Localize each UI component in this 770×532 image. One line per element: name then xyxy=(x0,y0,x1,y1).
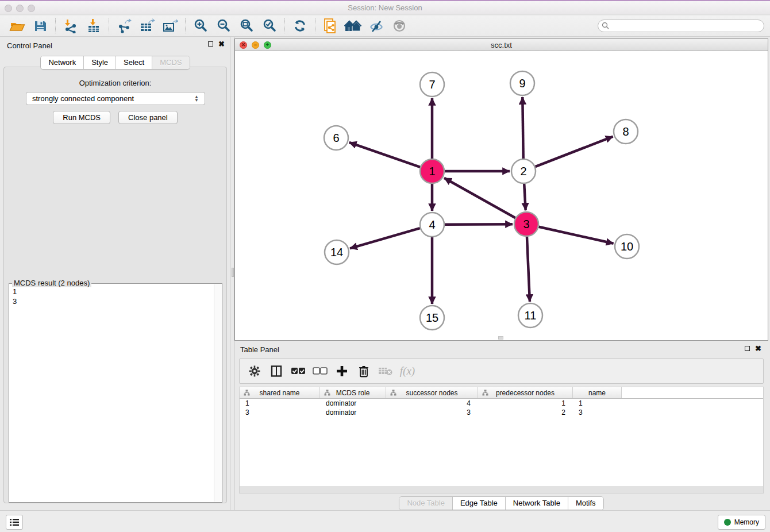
memory-button[interactable]: Memory xyxy=(718,515,765,530)
graph-edge-3-1[interactable] xyxy=(444,178,515,218)
select-updown-icon: ▲▼ xyxy=(194,95,199,102)
table-row[interactable]: 3dominator323 xyxy=(240,408,763,417)
table-panel-close-icon[interactable]: ✖ xyxy=(755,345,761,352)
tab-node-table[interactable]: Node Table xyxy=(399,497,453,510)
graph-edge-4-14[interactable] xyxy=(350,228,420,248)
control-panel-float-icon[interactable] xyxy=(208,41,213,47)
new-network-from-selection-button[interactable] xyxy=(319,17,342,35)
open-file-button[interactable] xyxy=(6,17,29,35)
table-row[interactable]: 1dominator411 xyxy=(240,399,763,408)
zoom-fit-button[interactable] xyxy=(235,17,258,35)
table-cell[interactable]: 1 xyxy=(240,399,320,408)
graph-edge-2-3[interactable] xyxy=(524,184,526,210)
hide-selected-button[interactable] xyxy=(365,17,388,35)
table-cell[interactable]: 2 xyxy=(478,408,573,417)
table-cell[interactable]: 4 xyxy=(386,399,478,408)
main-toolbar xyxy=(0,16,770,37)
import-network-button[interactable] xyxy=(59,17,82,35)
tab-style[interactable]: Style xyxy=(84,56,116,69)
table-settings-button[interactable] xyxy=(245,362,264,380)
table-cell[interactable]: dominator xyxy=(320,408,386,417)
table-header-row: shared nameMCDS rolesuccessor nodesprede… xyxy=(240,387,763,399)
graph-edge-2-8[interactable] xyxy=(536,137,613,167)
zoom-in-button[interactable] xyxy=(189,17,212,35)
graph-edge-1-6[interactable] xyxy=(349,142,421,167)
column-header-label: MCDS role xyxy=(336,389,370,397)
import-table-button[interactable] xyxy=(82,17,105,35)
network-window-titlebar[interactable]: ✕ − + scc.txt xyxy=(235,39,768,51)
show-all-button[interactable] xyxy=(388,17,411,35)
export-image-button[interactable] xyxy=(159,17,182,35)
zoom-out-button[interactable] xyxy=(212,17,235,35)
graph-node-label-8: 8 xyxy=(622,125,629,138)
search-input[interactable] xyxy=(598,20,764,32)
table-panel-float-icon[interactable] xyxy=(745,346,750,351)
tab-mcds[interactable]: MCDS xyxy=(152,56,189,69)
node-table: shared nameMCDS rolesuccessor nodesprede… xyxy=(239,387,764,486)
export-table-button[interactable] xyxy=(136,17,159,35)
graph-edge-3-11[interactable] xyxy=(527,237,530,302)
panel-splitter[interactable] xyxy=(230,37,234,510)
table-cell[interactable]: 1 xyxy=(573,399,622,408)
graph-edge-3-10[interactable] xyxy=(538,227,613,244)
column-header-label: name xyxy=(588,389,606,397)
mcds-result-scrollbar[interactable] xyxy=(214,284,222,502)
tab-network[interactable]: Network xyxy=(41,56,84,69)
criterion-select[interactable]: strongly connected component ▲▼ xyxy=(26,92,205,105)
graph-node-label-2: 2 xyxy=(520,165,526,178)
app-titlebar: Session: New Session xyxy=(0,0,770,14)
splitter-grip[interactable] xyxy=(232,268,234,277)
column-header-name[interactable]: name xyxy=(573,387,622,398)
tab-edge-table[interactable]: Edge Table xyxy=(453,497,506,510)
create-column-button[interactable] xyxy=(333,362,351,380)
graph-node-label-9: 9 xyxy=(519,77,525,90)
tab-select[interactable]: Select xyxy=(116,56,152,69)
tree-column-icon xyxy=(390,390,396,396)
export-network-button[interactable] xyxy=(113,17,136,35)
close-panel-button[interactable]: Close panel xyxy=(118,111,178,124)
tree-column-icon xyxy=(324,390,330,396)
toolbar-separator xyxy=(185,18,186,33)
search-icon xyxy=(602,22,609,29)
apply-layout-button[interactable] xyxy=(288,17,311,35)
mcds-result-list[interactable]: 13 xyxy=(9,285,213,502)
toolbar-separator xyxy=(315,18,315,33)
graph-edge-2-9[interactable] xyxy=(522,97,523,159)
column-header-predecessor-nodes[interactable]: predecessor nodes xyxy=(478,387,573,398)
show-columns-button[interactable] xyxy=(267,362,286,380)
deselect-all-button[interactable] xyxy=(311,362,329,380)
zoom-selected-button[interactable] xyxy=(258,17,281,35)
graph-node-label-15: 15 xyxy=(426,311,438,324)
delete-column-button[interactable] xyxy=(355,362,373,380)
tab-network-table[interactable]: Network Table xyxy=(506,497,568,510)
table-cell[interactable]: 1 xyxy=(478,399,573,408)
graph-edge-4-3[interactable] xyxy=(445,224,513,225)
show-eye-icon xyxy=(391,19,407,33)
export-image-icon xyxy=(162,18,178,33)
first-neighbors-button[interactable] xyxy=(342,17,365,35)
canvas-grip[interactable] xyxy=(498,336,503,340)
tree-column-icon xyxy=(244,390,250,396)
select-all-button[interactable] xyxy=(289,362,307,380)
trash-icon xyxy=(358,365,369,377)
fx-icon: f(x) xyxy=(400,365,415,377)
column-header-shared-name[interactable]: shared name xyxy=(240,387,320,398)
table-cell[interactable]: 3 xyxy=(240,408,320,417)
network-graph[interactable]: 7968124314101511 xyxy=(235,51,768,340)
control-panel-close-icon[interactable]: ✖ xyxy=(218,41,225,47)
search-field-wrap xyxy=(598,20,764,32)
save-session-button[interactable] xyxy=(29,17,52,35)
run-mcds-button[interactable]: Run MCDS xyxy=(53,111,110,124)
tab-motifs[interactable]: Motifs xyxy=(568,497,603,510)
column-header-successor-nodes[interactable]: successor nodes xyxy=(386,387,478,398)
table-cell[interactable]: 3 xyxy=(386,408,478,417)
memory-status-icon xyxy=(724,519,731,526)
table-cell[interactable]: 3 xyxy=(573,408,622,417)
deselect-all-icon xyxy=(313,367,328,375)
table-cell[interactable]: dominator xyxy=(320,399,386,408)
network-canvas[interactable]: 7968124314101511 xyxy=(235,51,768,340)
column-header-MCDS-role[interactable]: MCDS role xyxy=(320,387,386,398)
mcds-result-box: MCDS result (2 nodes) 13 xyxy=(9,283,222,503)
optimization-criterion-label: Optimization criterion: xyxy=(4,79,226,87)
task-history-button[interactable] xyxy=(6,515,23,530)
